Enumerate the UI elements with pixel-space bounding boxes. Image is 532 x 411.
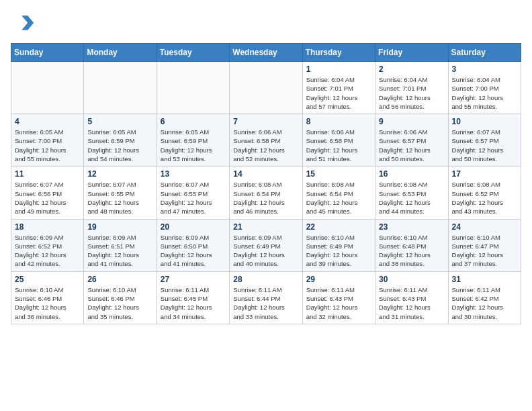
calendar-cell: 14Sunrise: 6:08 AMSunset: 6:54 PMDayligh… — [230, 167, 302, 219]
day-info: Sunrise: 6:10 AMSunset: 6:47 PMDaylight:… — [452, 233, 517, 269]
day-info: Sunrise: 6:07 AMSunset: 6:57 PMDaylight:… — [452, 128, 517, 163]
day-number: 1 — [306, 64, 371, 74]
day-of-week-thursday: Thursday — [302, 44, 375, 62]
week-row-2: 4Sunrise: 6:05 AMSunset: 7:00 PMDaylight… — [11, 114, 521, 167]
day-number: 5 — [87, 117, 152, 126]
calendar-cell: 27Sunrise: 6:11 AMSunset: 6:45 PMDayligh… — [157, 271, 229, 324]
day-number: 12 — [87, 169, 152, 179]
day-of-week-friday: Friday — [375, 44, 448, 62]
calendar-cell: 11Sunrise: 6:07 AMSunset: 6:56 PMDayligh… — [11, 167, 84, 219]
calendar-cell: 20Sunrise: 6:09 AMSunset: 6:50 PMDayligh… — [157, 219, 229, 271]
day-info: Sunrise: 6:10 AMSunset: 6:46 PMDaylight:… — [15, 285, 80, 321]
day-info: Sunrise: 6:08 AMSunset: 6:53 PMDaylight:… — [379, 180, 444, 216]
calendar-cell: 21Sunrise: 6:09 AMSunset: 6:49 PMDayligh… — [230, 219, 302, 271]
day-info: Sunrise: 6:06 AMSunset: 6:58 PMDaylight:… — [233, 128, 298, 163]
calendar-cell: 23Sunrise: 6:10 AMSunset: 6:48 PMDayligh… — [375, 219, 448, 271]
day-number: 29 — [306, 275, 371, 284]
day-info: Sunrise: 6:11 AMSunset: 6:43 PMDaylight:… — [379, 285, 444, 321]
day-number: 21 — [233, 222, 298, 232]
calendar-cell: 16Sunrise: 6:08 AMSunset: 6:53 PMDayligh… — [375, 167, 448, 219]
day-info: Sunrise: 6:10 AMSunset: 6:48 PMDaylight:… — [379, 233, 444, 269]
day-info: Sunrise: 6:05 AMSunset: 7:00 PMDaylight:… — [15, 128, 80, 163]
calendar-cell: 4Sunrise: 6:05 AMSunset: 7:00 PMDaylight… — [11, 114, 84, 167]
day-number: 17 — [452, 169, 517, 179]
day-info: Sunrise: 6:11 AMSunset: 6:43 PMDaylight:… — [306, 285, 371, 321]
logo — [11, 11, 38, 35]
calendar-cell: 28Sunrise: 6:11 AMSunset: 6:44 PMDayligh… — [230, 271, 302, 324]
day-info: Sunrise: 6:06 AMSunset: 6:57 PMDaylight:… — [379, 128, 444, 163]
day-info: Sunrise: 6:07 AMSunset: 6:56 PMDaylight:… — [15, 180, 80, 216]
day-number: 25 — [15, 275, 80, 284]
day-info: Sunrise: 6:08 AMSunset: 6:54 PMDaylight:… — [233, 180, 298, 216]
calendar-cell: 8Sunrise: 6:06 AMSunset: 6:58 PMDaylight… — [302, 114, 375, 167]
day-of-week-monday: Monday — [84, 44, 157, 62]
calendar-cell: 26Sunrise: 6:10 AMSunset: 6:46 PMDayligh… — [84, 271, 157, 324]
day-number: 24 — [452, 222, 517, 232]
calendar-cell: 2Sunrise: 6:04 AMSunset: 7:01 PMDaylight… — [375, 62, 448, 114]
day-number: 2 — [379, 64, 444, 74]
day-number: 10 — [452, 117, 517, 126]
day-number: 8 — [306, 117, 371, 126]
day-info: Sunrise: 6:11 AMSunset: 6:44 PMDaylight:… — [233, 285, 298, 321]
calendar-cell: 1Sunrise: 6:04 AMSunset: 7:01 PMDaylight… — [302, 62, 375, 114]
calendar-table: SundayMondayTuesdayWednesdayThursdayFrid… — [11, 43, 521, 324]
calendar-cell: 24Sunrise: 6:10 AMSunset: 6:47 PMDayligh… — [448, 219, 521, 271]
day-info: Sunrise: 6:11 AMSunset: 6:42 PMDaylight:… — [452, 285, 517, 321]
day-info: Sunrise: 6:06 AMSunset: 6:58 PMDaylight:… — [306, 128, 371, 163]
day-number: 31 — [452, 275, 517, 284]
calendar-cell: 10Sunrise: 6:07 AMSunset: 6:57 PMDayligh… — [448, 114, 521, 167]
day-info: Sunrise: 6:11 AMSunset: 6:45 PMDaylight:… — [161, 285, 226, 321]
day-number: 6 — [161, 117, 226, 126]
day-info: Sunrise: 6:09 AMSunset: 6:52 PMDaylight:… — [15, 233, 80, 269]
calendar-cell: 25Sunrise: 6:10 AMSunset: 6:46 PMDayligh… — [11, 271, 84, 324]
calendar-cell: 5Sunrise: 6:05 AMSunset: 6:59 PMDaylight… — [84, 114, 157, 167]
calendar-cell: 19Sunrise: 6:09 AMSunset: 6:51 PMDayligh… — [84, 219, 157, 271]
day-number: 4 — [15, 117, 80, 126]
calendar-cell: 22Sunrise: 6:10 AMSunset: 6:49 PMDayligh… — [302, 219, 375, 271]
calendar-cell — [84, 62, 157, 114]
day-number: 22 — [306, 222, 371, 232]
week-row-3: 11Sunrise: 6:07 AMSunset: 6:56 PMDayligh… — [11, 167, 521, 219]
day-info: Sunrise: 6:04 AMSunset: 7:01 PMDaylight:… — [379, 75, 444, 111]
calendar-cell — [157, 62, 229, 114]
calendar-cell: 29Sunrise: 6:11 AMSunset: 6:43 PMDayligh… — [302, 271, 375, 324]
day-number: 19 — [87, 222, 152, 232]
week-row-5: 25Sunrise: 6:10 AMSunset: 6:46 PMDayligh… — [11, 271, 521, 324]
day-of-week-saturday: Saturday — [448, 44, 521, 62]
day-info: Sunrise: 6:09 AMSunset: 6:51 PMDaylight:… — [87, 233, 152, 269]
calendar-cell: 12Sunrise: 6:07 AMSunset: 6:55 PMDayligh… — [84, 167, 157, 219]
calendar-cell: 15Sunrise: 6:08 AMSunset: 6:54 PMDayligh… — [302, 167, 375, 219]
day-number: 11 — [15, 169, 80, 179]
calendar-cell: 17Sunrise: 6:08 AMSunset: 6:52 PMDayligh… — [448, 167, 521, 219]
calendar-cell: 7Sunrise: 6:06 AMSunset: 6:58 PMDaylight… — [230, 114, 302, 167]
svg-marker-0 — [21, 15, 34, 30]
day-of-week-tuesday: Tuesday — [157, 44, 229, 62]
day-info: Sunrise: 6:10 AMSunset: 6:46 PMDaylight:… — [87, 285, 152, 321]
day-number: 9 — [379, 117, 444, 126]
day-number: 16 — [379, 169, 444, 179]
day-number: 30 — [379, 275, 444, 284]
day-info: Sunrise: 6:07 AMSunset: 6:55 PMDaylight:… — [161, 180, 226, 216]
calendar-cell: 13Sunrise: 6:07 AMSunset: 6:55 PMDayligh… — [157, 167, 229, 219]
calendar-cell: 30Sunrise: 6:11 AMSunset: 6:43 PMDayligh… — [375, 271, 448, 324]
calendar-header: SundayMondayTuesdayWednesdayThursdayFrid… — [11, 44, 521, 62]
day-info: Sunrise: 6:09 AMSunset: 6:49 PMDaylight:… — [233, 233, 298, 269]
days-of-week-row: SundayMondayTuesdayWednesdayThursdayFrid… — [11, 44, 521, 62]
calendar-cell: 9Sunrise: 6:06 AMSunset: 6:57 PMDaylight… — [375, 114, 448, 167]
day-info: Sunrise: 6:05 AMSunset: 6:59 PMDaylight:… — [161, 128, 226, 163]
day-info: Sunrise: 6:05 AMSunset: 6:59 PMDaylight:… — [87, 128, 152, 163]
week-row-1: 1Sunrise: 6:04 AMSunset: 7:01 PMDaylight… — [11, 62, 521, 114]
day-of-week-sunday: Sunday — [11, 44, 84, 62]
day-number: 3 — [452, 64, 517, 74]
calendar-cell: 18Sunrise: 6:09 AMSunset: 6:52 PMDayligh… — [11, 219, 84, 271]
calendar-cell: 6Sunrise: 6:05 AMSunset: 6:59 PMDaylight… — [157, 114, 229, 167]
day-info: Sunrise: 6:09 AMSunset: 6:50 PMDaylight:… — [161, 233, 226, 269]
calendar-cell — [230, 62, 302, 114]
day-info: Sunrise: 6:08 AMSunset: 6:54 PMDaylight:… — [306, 180, 371, 216]
day-info: Sunrise: 6:10 AMSunset: 6:49 PMDaylight:… — [306, 233, 371, 269]
day-number: 28 — [233, 275, 298, 284]
day-number: 18 — [15, 222, 80, 232]
day-number: 20 — [161, 222, 226, 232]
logo-icon — [11, 11, 35, 35]
calendar-cell: 31Sunrise: 6:11 AMSunset: 6:42 PMDayligh… — [448, 271, 521, 324]
